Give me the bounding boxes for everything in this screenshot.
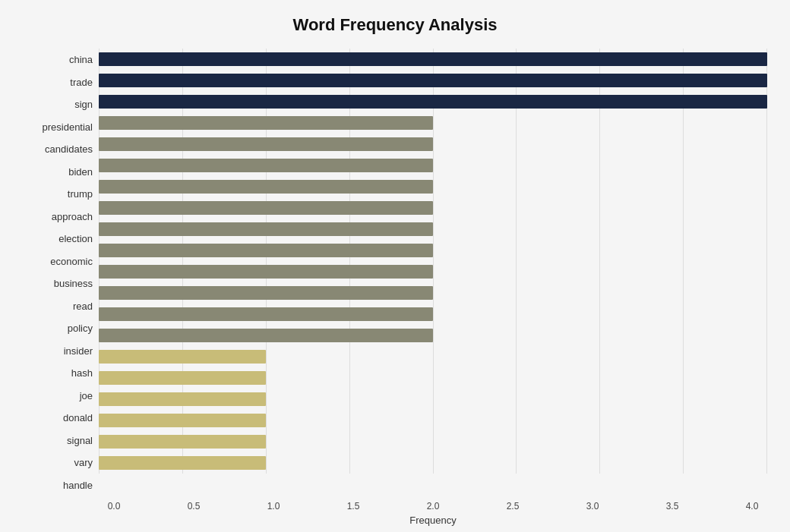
bar-row bbox=[99, 242, 767, 259]
y-label: policy bbox=[23, 319, 93, 338]
bar-business bbox=[99, 265, 433, 279]
y-axis: chinatradesignpresidentialcandidatesbide… bbox=[23, 49, 99, 496]
y-label: read bbox=[23, 296, 93, 316]
bar-row bbox=[99, 263, 767, 280]
y-label: china bbox=[23, 50, 93, 70]
bar-row bbox=[99, 348, 767, 365]
bar-vary bbox=[99, 435, 266, 449]
bar-row bbox=[99, 412, 767, 429]
bar-election bbox=[99, 222, 433, 236]
bar-row bbox=[99, 157, 767, 174]
y-label: handle bbox=[23, 475, 93, 495]
x-axis-label: 3.0 bbox=[577, 501, 608, 512]
bar-joe bbox=[99, 371, 266, 385]
bar-handle bbox=[99, 456, 266, 470]
bar-sign bbox=[99, 95, 767, 109]
y-label: business bbox=[23, 274, 93, 294]
y-label: biden bbox=[23, 162, 93, 181]
y-label: economic bbox=[23, 251, 93, 271]
bars-wrapper bbox=[99, 49, 767, 474]
y-label: trump bbox=[23, 184, 93, 204]
y-label: hash bbox=[23, 364, 93, 383]
x-axis-label: 0.0 bbox=[99, 501, 129, 512]
y-label: election bbox=[23, 229, 93, 249]
x-axis-label: 0.5 bbox=[179, 501, 209, 512]
bar-signal bbox=[99, 414, 266, 427]
bar-trump bbox=[99, 180, 433, 194]
bar-row bbox=[99, 93, 767, 110]
y-label: vary bbox=[23, 453, 93, 473]
bar-biden bbox=[99, 159, 433, 172]
bar-row bbox=[99, 306, 767, 323]
bottom-area: 0.00.51.01.52.02.53.03.54.0 Frequency bbox=[99, 501, 767, 526]
x-axis-label: 1.0 bbox=[258, 501, 289, 512]
bar-row bbox=[99, 285, 767, 301]
bar-row bbox=[99, 327, 767, 344]
bar-row bbox=[99, 391, 767, 408]
bars-and-grid bbox=[99, 49, 767, 496]
bar-donald bbox=[99, 392, 266, 406]
bar-candidates bbox=[99, 137, 433, 151]
x-axis-label: 4.0 bbox=[737, 501, 767, 512]
bar-read bbox=[99, 286, 433, 300]
y-label: candidates bbox=[23, 140, 93, 159]
x-axis-labels: 0.00.51.01.52.02.53.03.54.0 bbox=[99, 501, 767, 512]
y-label: sign bbox=[23, 95, 93, 115]
bar-row bbox=[99, 178, 767, 195]
y-label: approach bbox=[23, 206, 93, 226]
bar-row bbox=[99, 136, 767, 153]
bar-row bbox=[99, 433, 767, 450]
bar-approach bbox=[99, 201, 433, 215]
x-axis-label: 3.5 bbox=[657, 501, 687, 512]
bar-row bbox=[99, 221, 767, 238]
bar-row bbox=[99, 455, 767, 471]
chart-title: Word Frequency Analysis bbox=[23, 15, 767, 35]
y-label: presidential bbox=[23, 117, 93, 137]
y-label: donald bbox=[23, 408, 93, 428]
x-axis-label: 1.5 bbox=[338, 501, 368, 512]
bar-row bbox=[99, 72, 767, 89]
y-label: trade bbox=[23, 72, 93, 92]
bar-trade bbox=[99, 74, 767, 87]
bar-china bbox=[99, 52, 767, 66]
y-label: insider bbox=[23, 341, 93, 360]
y-label: joe bbox=[23, 386, 93, 405]
chart-container: Word Frequency Analysis chinatradesignpr… bbox=[0, 0, 790, 532]
bar-policy bbox=[99, 307, 433, 321]
bar-row bbox=[99, 51, 767, 68]
bar-presidential bbox=[99, 116, 433, 130]
x-axis-label: 2.5 bbox=[498, 501, 528, 512]
x-axis-label: 2.0 bbox=[418, 501, 448, 512]
bar-economic bbox=[99, 244, 433, 257]
y-label: signal bbox=[23, 430, 93, 450]
x-axis-title: Frequency bbox=[99, 515, 767, 526]
bar-row bbox=[99, 200, 767, 216]
bar-hash bbox=[99, 350, 266, 364]
chart-area: chinatradesignpresidentialcandidatesbide… bbox=[23, 49, 767, 496]
bar-row bbox=[99, 115, 767, 131]
bar-row bbox=[99, 370, 767, 386]
bar-insider bbox=[99, 329, 433, 342]
